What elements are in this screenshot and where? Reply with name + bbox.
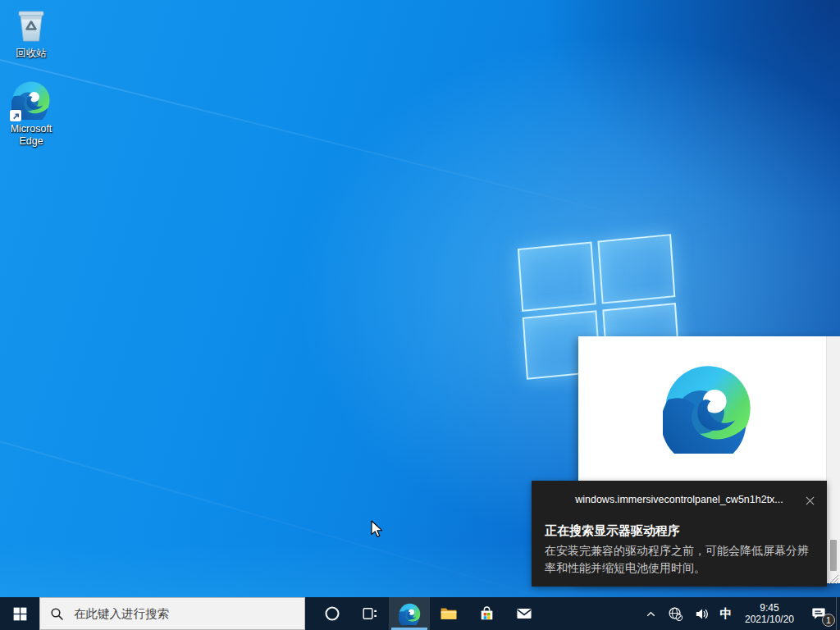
search-icon <box>50 607 64 621</box>
recycle-bin-icon <box>11 5 51 44</box>
scrollbar[interactable] <box>826 336 840 583</box>
microsoft-store-button[interactable] <box>468 597 505 630</box>
search-input[interactable] <box>72 606 272 621</box>
desktop-icon-recycle-bin[interactable]: 回收站 <box>0 5 62 60</box>
volume-button[interactable] <box>688 597 714 630</box>
light-ray <box>0 427 597 613</box>
edge-icon <box>11 80 51 120</box>
taskbar: 中 9:45 2021/10/20 1 <box>0 597 840 630</box>
tray-overflow-button[interactable] <box>639 597 662 630</box>
clock-time: 9:45 <box>760 602 778 614</box>
logo-pane <box>597 234 675 304</box>
desktop-icon-label: Microsoft Edge <box>4 123 58 148</box>
scrollbar-thumb[interactable] <box>830 540 837 571</box>
notification-toast[interactable]: windows.immersivecontrolpanel_cw5n1h2tx.… <box>532 481 827 587</box>
file-explorer-button[interactable] <box>430 597 468 630</box>
toast-body: 在安装完兼容的驱动程序之前，可能会降低屏幕分辨率和性能并缩短电池使用时间。 <box>545 542 814 577</box>
toast-app-name: windows.immersivecontrolpanel_cw5n1h2tx.… <box>575 494 783 505</box>
notification-badge: 1 <box>822 614 835 627</box>
windows-logo-icon <box>13 607 27 621</box>
microsoft-store-icon <box>478 605 495 623</box>
mail-button[interactable] <box>505 597 543 630</box>
resize-grip-icon[interactable] <box>829 573 838 582</box>
folder-icon <box>440 605 458 623</box>
start-button[interactable] <box>0 597 39 630</box>
logo-pane <box>518 242 596 312</box>
task-view-icon <box>362 605 378 622</box>
shortcut-arrow-icon <box>10 110 21 121</box>
system-tray: 中 9:45 2021/10/20 1 <box>639 597 840 630</box>
taskbar-clock[interactable]: 9:45 2021/10/20 <box>737 597 801 630</box>
action-center-button[interactable]: 1 <box>801 597 836 630</box>
toast-title: 正在搜索显示器驱动程序 <box>545 523 814 539</box>
desktop-icon-label: 回收站 <box>16 48 47 60</box>
close-icon[interactable] <box>801 492 819 509</box>
cortana-button[interactable] <box>313 597 351 630</box>
cortana-icon <box>324 605 340 622</box>
edge-logo <box>663 363 753 454</box>
show-desktop-button[interactable] <box>836 597 840 630</box>
speaker-icon <box>694 606 710 622</box>
edge-icon <box>399 603 421 625</box>
task-view-button[interactable] <box>351 597 389 630</box>
globe-no-internet-icon <box>668 606 683 622</box>
ime-indicator[interactable]: 中 <box>714 597 737 630</box>
taskbar-edge-button[interactable] <box>389 597 430 630</box>
network-button[interactable] <box>662 597 688 630</box>
light-ray <box>0 51 683 231</box>
clock-date: 2021/10/20 <box>745 614 794 625</box>
windows-desktop: 回收站 Microsoft Edge <box>0 0 840 630</box>
mail-icon <box>515 605 533 623</box>
taskbar-search[interactable] <box>39 597 305 630</box>
desktop-icon-microsoft-edge[interactable]: Microsoft Edge <box>0 80 62 148</box>
chevron-up-icon <box>645 608 657 620</box>
